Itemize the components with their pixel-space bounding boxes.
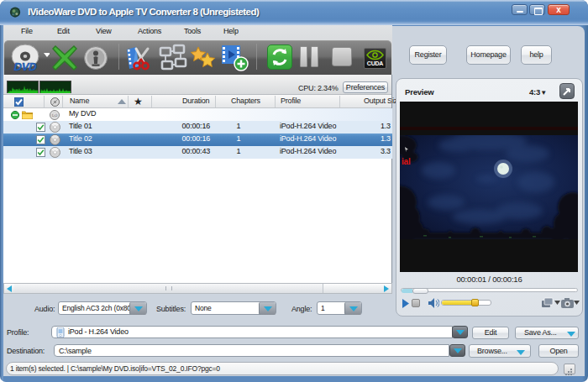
svg-text:ial: ial bbox=[402, 157, 411, 166]
svg-text:DVD: DVD bbox=[14, 60, 38, 73]
svg-text:DVD: DVD bbox=[52, 114, 58, 118]
